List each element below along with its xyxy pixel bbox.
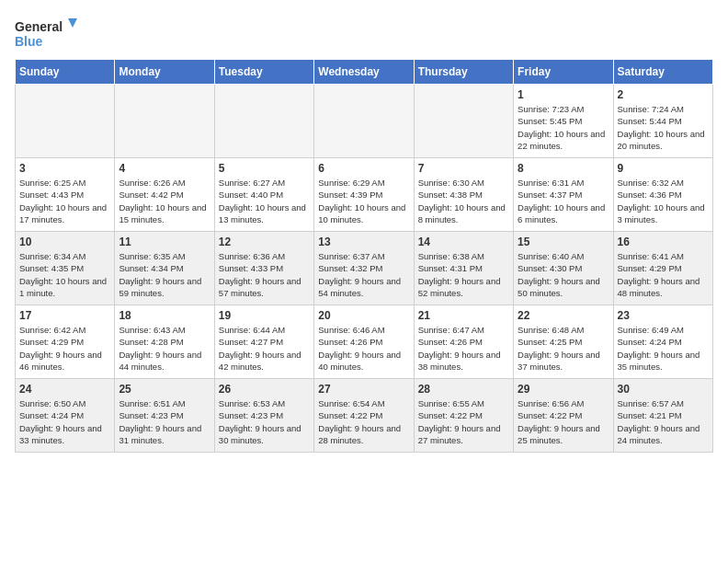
calendar-cell: 7Sunrise: 6:30 AMSunset: 4:38 PMDaylight… xyxy=(414,158,513,232)
svg-text:General: General xyxy=(15,19,63,34)
col-header-wednesday: Wednesday xyxy=(314,60,414,85)
day-info: Sunrise: 6:37 AMSunset: 4:32 PMDaylight:… xyxy=(318,250,409,299)
calendar-cell: 30Sunrise: 6:57 AMSunset: 4:21 PMDayligh… xyxy=(613,379,712,453)
calendar-cell xyxy=(115,85,214,158)
day-info: Sunrise: 6:43 AMSunset: 4:28 PMDaylight:… xyxy=(119,324,210,373)
calendar-cell: 21Sunrise: 6:47 AMSunset: 4:26 PMDayligh… xyxy=(414,305,513,379)
day-info: Sunrise: 6:49 AMSunset: 4:24 PMDaylight:… xyxy=(618,324,709,373)
day-info: Sunrise: 6:53 AMSunset: 4:23 PMDaylight:… xyxy=(219,397,310,446)
day-number: 11 xyxy=(119,236,210,248)
calendar-cell: 23Sunrise: 6:49 AMSunset: 4:24 PMDayligh… xyxy=(613,305,712,379)
day-number: 23 xyxy=(618,309,709,322)
day-info: Sunrise: 6:41 AMSunset: 4:29 PMDaylight:… xyxy=(618,250,709,299)
day-info: Sunrise: 6:46 AMSunset: 4:26 PMDaylight:… xyxy=(318,324,409,373)
col-header-sunday: Sunday xyxy=(16,60,115,85)
day-number: 15 xyxy=(518,236,609,248)
day-info: Sunrise: 7:23 AMSunset: 5:45 PMDaylight:… xyxy=(518,103,609,152)
calendar-week-0: 1Sunrise: 7:23 AMSunset: 5:45 PMDaylight… xyxy=(16,85,713,158)
day-info: Sunrise: 6:38 AMSunset: 4:31 PMDaylight:… xyxy=(418,250,509,299)
day-number: 27 xyxy=(318,383,409,396)
day-info: Sunrise: 6:40 AMSunset: 4:30 PMDaylight:… xyxy=(518,250,609,299)
calendar-cell: 27Sunrise: 6:54 AMSunset: 4:22 PMDayligh… xyxy=(314,379,414,453)
calendar-cell: 4Sunrise: 6:26 AMSunset: 4:42 PMDaylight… xyxy=(115,158,214,232)
calendar-cell: 13Sunrise: 6:37 AMSunset: 4:32 PMDayligh… xyxy=(314,232,414,305)
calendar-week-3: 17Sunrise: 6:42 AMSunset: 4:29 PMDayligh… xyxy=(16,305,713,379)
calendar-cell: 24Sunrise: 6:50 AMSunset: 4:24 PMDayligh… xyxy=(16,379,115,453)
day-number: 14 xyxy=(418,236,509,248)
calendar-cell: 28Sunrise: 6:55 AMSunset: 4:22 PMDayligh… xyxy=(414,379,513,453)
calendar-cell: 19Sunrise: 6:44 AMSunset: 4:27 PMDayligh… xyxy=(214,305,313,379)
col-header-monday: Monday xyxy=(115,60,214,85)
day-info: Sunrise: 7:24 AMSunset: 5:44 PMDaylight:… xyxy=(618,103,709,152)
day-info: Sunrise: 6:29 AMSunset: 4:39 PMDaylight:… xyxy=(318,177,409,225)
day-info: Sunrise: 6:47 AMSunset: 4:26 PMDaylight:… xyxy=(418,324,509,373)
col-header-thursday: Thursday xyxy=(414,60,513,85)
day-number: 9 xyxy=(618,162,709,175)
day-number: 18 xyxy=(119,309,210,322)
day-info: Sunrise: 6:36 AMSunset: 4:33 PMDaylight:… xyxy=(219,250,310,299)
day-number: 4 xyxy=(119,162,210,175)
day-number: 10 xyxy=(19,236,110,248)
page-header: General Blue xyxy=(15,15,713,52)
calendar-cell: 12Sunrise: 6:36 AMSunset: 4:33 PMDayligh… xyxy=(214,232,313,305)
calendar-cell: 5Sunrise: 6:27 AMSunset: 4:40 PMDaylight… xyxy=(214,158,313,232)
day-info: Sunrise: 6:34 AMSunset: 4:35 PMDaylight:… xyxy=(19,250,110,299)
day-info: Sunrise: 6:32 AMSunset: 4:36 PMDaylight:… xyxy=(618,177,709,225)
calendar-cell xyxy=(16,85,115,158)
calendar-cell xyxy=(214,85,313,158)
day-info: Sunrise: 6:30 AMSunset: 4:38 PMDaylight:… xyxy=(418,177,509,225)
calendar-cell: 11Sunrise: 6:35 AMSunset: 4:34 PMDayligh… xyxy=(115,232,214,305)
calendar-cell: 22Sunrise: 6:48 AMSunset: 4:25 PMDayligh… xyxy=(514,305,613,379)
logo-svg: General Blue xyxy=(15,15,79,52)
day-info: Sunrise: 6:56 AMSunset: 4:22 PMDaylight:… xyxy=(518,397,609,446)
day-number: 1 xyxy=(518,88,609,101)
calendar-cell: 10Sunrise: 6:34 AMSunset: 4:35 PMDayligh… xyxy=(16,232,115,305)
calendar-cell: 8Sunrise: 6:31 AMSunset: 4:37 PMDaylight… xyxy=(514,158,613,232)
day-number: 22 xyxy=(518,309,609,322)
day-info: Sunrise: 6:57 AMSunset: 4:21 PMDaylight:… xyxy=(618,397,709,446)
day-number: 25 xyxy=(119,383,210,396)
day-number: 19 xyxy=(219,309,310,322)
day-number: 6 xyxy=(318,162,409,175)
day-number: 16 xyxy=(618,236,709,248)
day-number: 17 xyxy=(19,309,110,322)
calendar-cell: 9Sunrise: 6:32 AMSunset: 4:36 PMDaylight… xyxy=(613,158,712,232)
calendar-cell: 6Sunrise: 6:29 AMSunset: 4:39 PMDaylight… xyxy=(314,158,414,232)
day-info: Sunrise: 6:31 AMSunset: 4:37 PMDaylight:… xyxy=(518,177,609,225)
col-header-tuesday: Tuesday xyxy=(214,60,313,85)
col-header-saturday: Saturday xyxy=(613,60,712,85)
day-number: 2 xyxy=(618,88,709,101)
calendar-cell: 14Sunrise: 6:38 AMSunset: 4:31 PMDayligh… xyxy=(414,232,513,305)
calendar-cell: 16Sunrise: 6:41 AMSunset: 4:29 PMDayligh… xyxy=(613,232,712,305)
calendar-cell: 18Sunrise: 6:43 AMSunset: 4:28 PMDayligh… xyxy=(115,305,214,379)
day-info: Sunrise: 6:44 AMSunset: 4:27 PMDaylight:… xyxy=(219,324,310,373)
calendar-cell: 17Sunrise: 6:42 AMSunset: 4:29 PMDayligh… xyxy=(16,305,115,379)
day-number: 21 xyxy=(418,309,509,322)
calendar-header-row: SundayMondayTuesdayWednesdayThursdayFrid… xyxy=(16,60,713,85)
day-number: 20 xyxy=(318,309,409,322)
svg-marker-2 xyxy=(68,18,77,28)
day-info: Sunrise: 6:35 AMSunset: 4:34 PMDaylight:… xyxy=(119,250,210,299)
calendar-cell: 2Sunrise: 7:24 AMSunset: 5:44 PMDaylight… xyxy=(613,85,712,158)
day-number: 24 xyxy=(19,383,110,396)
day-number: 30 xyxy=(618,383,709,396)
day-info: Sunrise: 6:27 AMSunset: 4:40 PMDaylight:… xyxy=(219,177,310,225)
day-info: Sunrise: 6:48 AMSunset: 4:25 PMDaylight:… xyxy=(518,324,609,373)
day-number: 13 xyxy=(318,236,409,248)
day-info: Sunrise: 6:25 AMSunset: 4:43 PMDaylight:… xyxy=(19,177,110,225)
calendar-week-1: 3Sunrise: 6:25 AMSunset: 4:43 PMDaylight… xyxy=(16,158,713,232)
calendar-cell: 26Sunrise: 6:53 AMSunset: 4:23 PMDayligh… xyxy=(214,379,313,453)
calendar-cell xyxy=(414,85,513,158)
day-number: 12 xyxy=(219,236,310,248)
calendar-week-4: 24Sunrise: 6:50 AMSunset: 4:24 PMDayligh… xyxy=(16,379,713,453)
day-number: 3 xyxy=(19,162,110,175)
calendar-cell: 29Sunrise: 6:56 AMSunset: 4:22 PMDayligh… xyxy=(514,379,613,453)
day-info: Sunrise: 6:26 AMSunset: 4:42 PMDaylight:… xyxy=(119,177,210,225)
calendar-cell xyxy=(314,85,414,158)
calendar-cell: 15Sunrise: 6:40 AMSunset: 4:30 PMDayligh… xyxy=(514,232,613,305)
calendar-cell: 25Sunrise: 6:51 AMSunset: 4:23 PMDayligh… xyxy=(115,379,214,453)
day-number: 8 xyxy=(518,162,609,175)
day-info: Sunrise: 6:42 AMSunset: 4:29 PMDaylight:… xyxy=(19,324,110,373)
day-number: 29 xyxy=(518,383,609,396)
day-info: Sunrise: 6:50 AMSunset: 4:24 PMDaylight:… xyxy=(19,397,110,446)
